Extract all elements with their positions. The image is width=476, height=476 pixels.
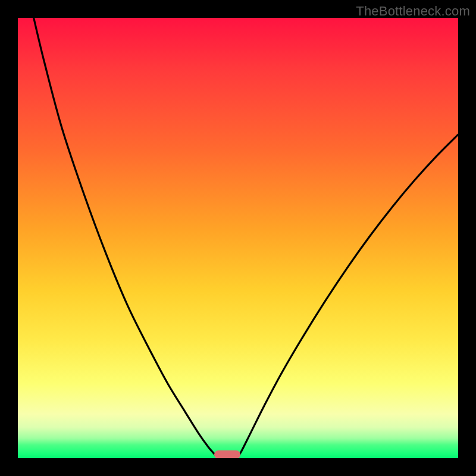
right-curve-path (239, 134, 458, 455)
left-curve-path (34, 18, 216, 456)
chart-frame: TheBottleneck.com (0, 0, 476, 476)
bottleneck-marker (214, 450, 240, 458)
curves-svg (18, 18, 458, 458)
plot-area (18, 18, 458, 458)
watermark-text: TheBottleneck.com (356, 4, 470, 19)
